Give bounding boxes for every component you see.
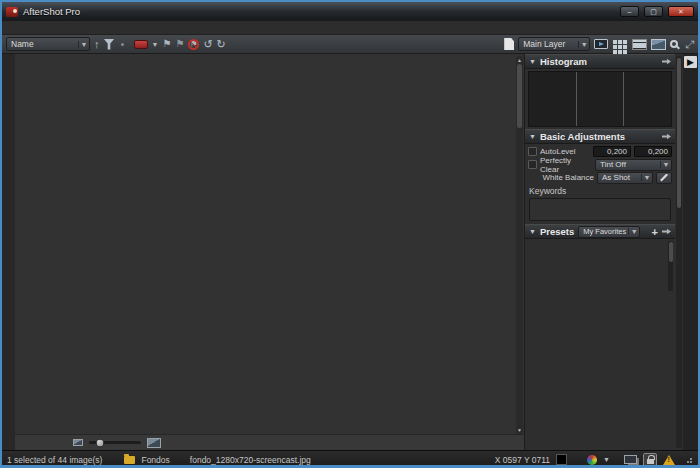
lock-toggle[interactable] bbox=[643, 453, 657, 467]
histogram-header[interactable]: ▼ Histogram bbox=[525, 54, 675, 69]
layer-select[interactable]: Main Layer ▼ bbox=[518, 37, 590, 51]
eyedropper-icon bbox=[660, 174, 668, 182]
perfectly-clear-select[interactable]: Tint Off ▼ bbox=[595, 159, 672, 171]
title-bar: AfterShot Pro – ▢ ✕ bbox=[2, 2, 698, 21]
close-button[interactable]: ✕ bbox=[668, 6, 694, 17]
color-label-swatch[interactable] bbox=[134, 40, 148, 49]
magnifier-icon[interactable] bbox=[670, 40, 678, 48]
collapse-triangle-icon[interactable]: ▼ bbox=[529, 228, 536, 235]
thumbnail-size-slider[interactable] bbox=[89, 441, 141, 444]
large-thumbnail-icon[interactable] bbox=[147, 438, 161, 448]
app-icon bbox=[6, 7, 18, 17]
slider-knob[interactable] bbox=[96, 438, 105, 447]
fullscreen-icon[interactable]: ⤢ bbox=[685, 39, 694, 50]
maximize-button[interactable]: ▢ bbox=[644, 6, 663, 17]
selection-count: 1 selected of 44 image(s) bbox=[7, 455, 102, 465]
unpick-flag-icon[interactable]: ⚑ bbox=[175, 39, 184, 49]
toolbar: Name ▼ ↑ ▼ ⚑ ⚑ ↺ ↻ Main Layer ▼ ⤢ bbox=[2, 35, 698, 54]
small-thumbnail-icon[interactable] bbox=[73, 439, 83, 446]
autolevel-low-field[interactable]: 0,200 bbox=[593, 146, 631, 157]
presets-favorites-select[interactable]: My Favorites ▼ bbox=[578, 226, 640, 238]
autolevel-high-field[interactable]: 0,200 bbox=[634, 146, 672, 157]
chevron-down-icon: ▼ bbox=[641, 174, 652, 181]
window-title: AfterShot Pro bbox=[23, 6, 615, 17]
white-balance-row: White Balance As Shot ▼ bbox=[528, 171, 672, 184]
color-profile-icon[interactable] bbox=[587, 455, 597, 465]
cursor-coordinates: X 0597 Y 0711 bbox=[495, 455, 550, 465]
add-preset-button[interactable]: + bbox=[652, 227, 658, 237]
pin-icon[interactable] bbox=[662, 228, 671, 235]
adjustments-panel: ▼ Histogram ▼ Basic Adjustments AutoLeve… bbox=[524, 54, 683, 450]
rotate-left-icon[interactable]: ↺ bbox=[203, 39, 212, 50]
keywords-label: Keywords bbox=[525, 184, 675, 196]
current-folder[interactable]: Fondos bbox=[141, 455, 169, 465]
folder-icon bbox=[124, 456, 135, 464]
main-content: ▲ ▼ ▼ Histogram bbox=[2, 54, 698, 450]
sample-color-swatch bbox=[556, 454, 567, 465]
left-tab-strip bbox=[2, 54, 15, 450]
presets-scrollbar[interactable] bbox=[668, 241, 673, 291]
presets-tree bbox=[525, 239, 675, 291]
chevron-down-icon: ▼ bbox=[660, 161, 671, 168]
rating-dot-icon[interactable] bbox=[121, 43, 124, 46]
chevron-down-icon: ▼ bbox=[78, 41, 89, 48]
app-window: AfterShot Pro – ▢ ✕ Name ▼ ↑ ▼ ⚑ ⚑ ↺ ↻ M… bbox=[0, 0, 700, 468]
basic-adjustments-header[interactable]: ▼ Basic Adjustments bbox=[525, 129, 675, 144]
minimize-button[interactable]: – bbox=[620, 6, 639, 17]
resize-grip[interactable] bbox=[687, 457, 693, 463]
right-tab-strip: ▶ bbox=[683, 54, 698, 450]
pin-icon[interactable] bbox=[662, 133, 671, 140]
scroll-up-icon[interactable]: ▲ bbox=[516, 57, 523, 63]
white-balance-dropper-button[interactable] bbox=[656, 172, 672, 184]
chevron-down-icon: ▼ bbox=[578, 41, 589, 48]
slideshow-icon[interactable] bbox=[594, 39, 608, 49]
chevron-down-icon[interactable]: ▼ bbox=[603, 456, 610, 463]
collapse-triangle-icon[interactable]: ▼ bbox=[529, 133, 536, 140]
collapse-panel-arrow-icon[interactable]: ▶ bbox=[684, 56, 697, 68]
white-balance-select[interactable]: As Shot ▼ bbox=[597, 172, 653, 184]
preview-icon[interactable] bbox=[651, 39, 666, 50]
copy-settings-icon[interactable] bbox=[504, 38, 514, 50]
sort-direction-icon[interactable]: ↑ bbox=[94, 39, 100, 50]
status-bar: 1 selected of 44 image(s) Fondos fondo_1… bbox=[2, 450, 698, 468]
warning-icon[interactable] bbox=[663, 455, 675, 465]
scrollbar-thumb[interactable] bbox=[517, 64, 522, 128]
color-label-arrow-icon[interactable]: ▼ bbox=[152, 41, 159, 48]
filter-icon[interactable] bbox=[104, 39, 115, 50]
pin-icon[interactable] bbox=[662, 58, 671, 65]
presets-header[interactable]: ▼ Presets My Favorites ▼ + bbox=[525, 224, 675, 239]
grid-scrollbar[interactable]: ▲ ▼ bbox=[516, 56, 523, 434]
pick-flag-icon[interactable]: ⚑ bbox=[162, 39, 171, 49]
sort-field-select[interactable]: Name ▼ bbox=[6, 37, 90, 51]
thumbnail-grid-icon[interactable] bbox=[613, 45, 617, 49]
collapse-triangle-icon[interactable]: ▼ bbox=[529, 58, 536, 65]
thumbnail-browser: ▲ ▼ bbox=[15, 54, 524, 450]
keywords-input[interactable] bbox=[529, 198, 671, 221]
current-filename: fondo_1280x720-screencast.jpg bbox=[190, 455, 311, 465]
autolevel-checkbox[interactable] bbox=[528, 147, 537, 156]
thumbnail-size-bar bbox=[15, 434, 524, 450]
lock-icon bbox=[647, 459, 654, 464]
rotate-right-icon[interactable]: ↻ bbox=[217, 39, 226, 50]
panel-scrollbar[interactable] bbox=[676, 56, 682, 448]
perfectly-clear-checkbox[interactable] bbox=[528, 160, 537, 169]
perfectly-clear-row: Perfectly Clear Tint Off ▼ bbox=[528, 158, 672, 171]
reject-flag-icon[interactable] bbox=[188, 39, 199, 50]
chevron-down-icon: ▼ bbox=[628, 228, 639, 235]
filmstrip-icon[interactable] bbox=[632, 39, 647, 50]
histogram-chart bbox=[528, 71, 672, 127]
scroll-down-icon[interactable]: ▼ bbox=[516, 427, 523, 433]
menu-bar bbox=[2, 21, 698, 35]
dual-monitor-icon[interactable] bbox=[624, 455, 637, 464]
